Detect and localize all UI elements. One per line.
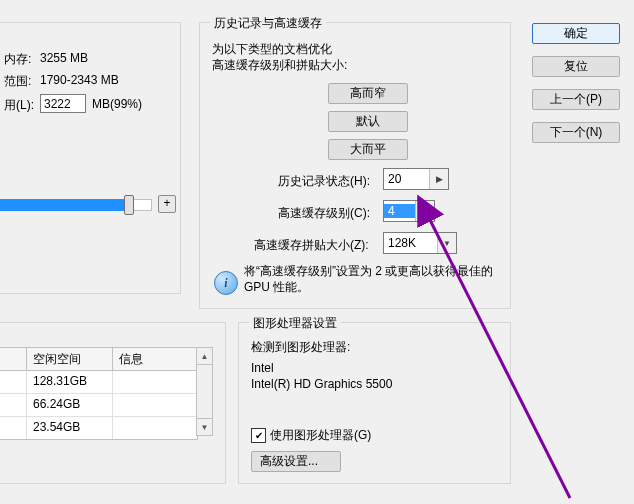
history-states-stepper[interactable]: 20 ▶ xyxy=(383,168,449,190)
table-row[interactable]: 128.31GB xyxy=(0,371,197,394)
table-row[interactable]: 66.24GB xyxy=(0,394,197,417)
used-input[interactable] xyxy=(40,94,86,113)
tall-narrow-button[interactable]: 高而窄 xyxy=(328,83,408,104)
checkbox-checked-icon: ✔ xyxy=(251,428,266,443)
range-value: 1790-2343 MB xyxy=(40,73,119,87)
slider-thumb[interactable] xyxy=(124,195,134,215)
history-title: 历史记录与高速缓存 xyxy=(210,15,326,32)
dropdown-arrow-icon[interactable]: ▼ xyxy=(437,233,456,253)
slider-increase-button[interactable]: + xyxy=(158,195,176,213)
memory-slider[interactable] xyxy=(0,197,156,213)
col-spacer xyxy=(0,348,27,370)
tile-size-label: 高速缓存拼贴大小(Z): xyxy=(254,237,369,254)
table-row[interactable]: 23.54GB xyxy=(0,417,197,439)
gpu-detected-label: 检测到图形处理器: xyxy=(251,339,350,356)
cache-tip: 将“高速缓存级别”设置为 2 或更高以获得最佳的 GPU 性能。 xyxy=(244,263,500,295)
next-button[interactable]: 下一个(N) xyxy=(532,122,620,143)
ok-button[interactable]: 确定 xyxy=(532,23,620,44)
reset-button[interactable]: 复位 xyxy=(532,56,620,77)
history-states-value: 20 xyxy=(384,172,429,186)
use-gpu-label: 使用图形处理器(G) xyxy=(270,427,371,444)
info-icon: i xyxy=(214,271,238,295)
stepper-arrow-icon[interactable]: ▶ xyxy=(415,201,434,221)
scroll-up-icon[interactable]: ▲ xyxy=(197,348,212,365)
gpu-model: Intel(R) HD Graphics 5500 xyxy=(251,377,392,391)
cache-level-stepper[interactable]: 4 ▶ xyxy=(383,200,435,222)
default-button[interactable]: 默认 xyxy=(328,111,408,132)
col-info[interactable]: 信息 xyxy=(113,348,195,370)
cache-level-label: 高速缓存级别(C): xyxy=(278,205,370,222)
opt-label-2: 高速缓存级别和拼贴大小: xyxy=(212,57,347,74)
history-states-label: 历史记录状态(H): xyxy=(278,173,370,190)
memory-label: 内存: xyxy=(4,51,31,68)
use-gpu-checkbox[interactable]: ✔ 使用图形处理器(G) xyxy=(251,427,371,444)
opt-label-1: 为以下类型的文档优化 xyxy=(212,41,332,58)
prev-button[interactable]: 上一个(P) xyxy=(532,89,620,110)
disk-table: 空闲空间 信息 128.31GB 66.24GB 23.54GB xyxy=(0,347,198,440)
used-suffix: MB(99%) xyxy=(92,97,142,111)
range-label: 范围: xyxy=(4,73,31,90)
advanced-settings-button[interactable]: 高级设置... xyxy=(251,451,341,472)
scroll-down-icon[interactable]: ▼ xyxy=(197,418,212,435)
used-label: 用(L): xyxy=(4,97,34,114)
tile-size-value: 128K xyxy=(384,236,437,250)
tile-size-select[interactable]: 128K ▼ xyxy=(383,232,457,254)
gpu-title: 图形处理器设置 xyxy=(249,315,341,332)
memory-value: 3255 MB xyxy=(40,51,88,65)
stepper-arrow-icon[interactable]: ▶ xyxy=(429,169,448,189)
cache-level-value: 4 xyxy=(384,204,415,218)
col-free-space[interactable]: 空闲空间 xyxy=(27,348,113,370)
table-scrollbar[interactable]: ▲ ▼ xyxy=(196,347,213,436)
gpu-vendor: Intel xyxy=(251,361,274,375)
wide-flat-button[interactable]: 大而平 xyxy=(328,139,408,160)
